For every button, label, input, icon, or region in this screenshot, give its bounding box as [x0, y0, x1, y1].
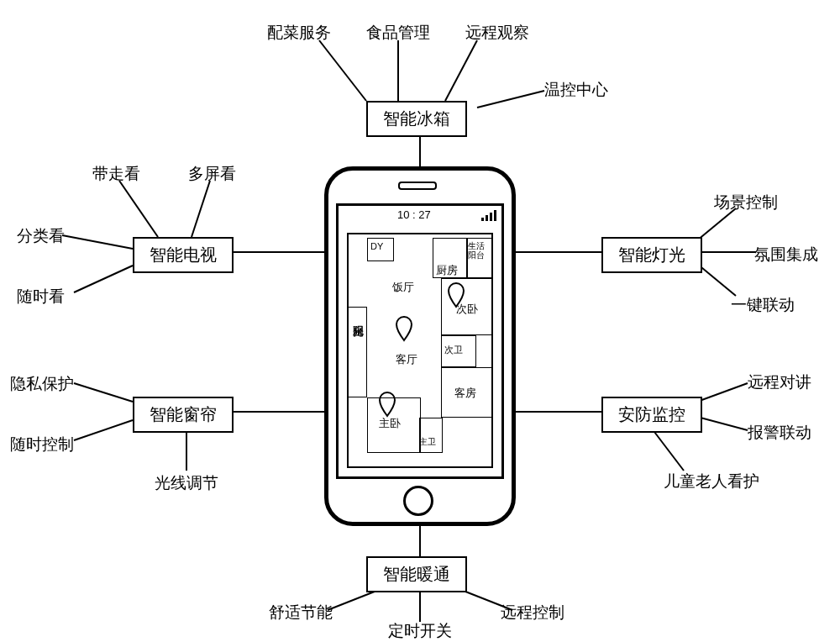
node-light: 智能灯光 — [601, 237, 702, 273]
svg-line-15 — [74, 420, 133, 440]
room-life-balcony: 生活阳台 — [468, 241, 490, 260]
leaf-curtain-0: 隐私保护 — [10, 373, 74, 395]
svg-line-10 — [119, 181, 158, 237]
svg-rect-29 — [494, 210, 496, 221]
leaf-fridge-3: 温控中心 — [544, 79, 608, 101]
room-kitchen: 厨房 — [436, 263, 458, 278]
leaf-fridge-1: 食品管理 — [366, 22, 430, 44]
leaf-tv-2: 分类看 — [17, 225, 65, 247]
svg-line-6 — [319, 40, 366, 101]
pin-icon[interactable] — [446, 282, 466, 310]
leaf-hvac-2: 远程控制 — [501, 602, 564, 624]
svg-line-11 — [192, 181, 210, 237]
leaf-curtain-1: 随时控制 — [10, 434, 74, 455]
node-curtain: 智能窗帘 — [133, 397, 234, 433]
svg-line-13 — [74, 266, 133, 292]
phone-speaker — [398, 182, 437, 190]
svg-line-22 — [652, 429, 684, 471]
svg-line-21 — [697, 417, 748, 430]
room-dining: 饭厅 — [392, 280, 414, 295]
svg-line-20 — [697, 383, 748, 402]
leaf-hvac-0: 舒适节能 — [269, 602, 333, 624]
leaf-fridge-0: 配菜服务 — [267, 22, 331, 44]
leaf-tv-1: 多屏看 — [188, 163, 236, 185]
room-master-bath: 主卫 — [419, 436, 436, 448]
leaf-fridge-2: 远程观察 — [465, 22, 529, 44]
phone-device: 10 : 27 观光阳台 DY 饭厅 — [324, 166, 516, 526]
node-security: 安防监控 — [601, 397, 702, 433]
pin-icon[interactable] — [377, 391, 397, 419]
leaf-light-1: 氛围集成 — [754, 244, 818, 266]
leaf-security-1: 报警联动 — [748, 422, 811, 444]
leaf-security-2: 儿童老人看护 — [664, 471, 759, 492]
room-guest: 客房 — [454, 386, 476, 401]
leaf-tv-3: 随时看 — [17, 286, 65, 308]
node-fridge: 智能冰箱 — [366, 101, 467, 137]
pin-icon[interactable] — [394, 315, 414, 344]
leaf-curtain-2: 光线调节 — [155, 472, 218, 494]
svg-rect-28 — [490, 213, 492, 221]
leaf-light-2: 一键联动 — [731, 294, 795, 316]
node-hvac: 智能暖通 — [366, 556, 467, 592]
svg-line-14 — [74, 383, 133, 402]
svg-rect-26 — [481, 218, 484, 221]
phone-screen[interactable]: 10 : 27 观光阳台 DY 饭厅 — [336, 203, 504, 479]
room-living: 客厅 — [396, 352, 417, 367]
leaf-hvac-1: 定时开关 — [388, 620, 452, 642]
leaf-light-0: 场景控制 — [714, 192, 778, 213]
leaf-tv-0: 带走看 — [92, 163, 140, 185]
floorplan[interactable]: 观光阳台 DY 饭厅 厨房 生活阳台 次卧 客厅 次卫 — [347, 233, 493, 468]
svg-line-19 — [697, 264, 736, 296]
leaf-security-0: 远程对讲 — [748, 371, 811, 393]
node-tv: 智能电视 — [133, 237, 234, 273]
svg-line-9 — [477, 91, 544, 108]
room-dy: DY — [370, 241, 383, 251]
status-time: 10 : 27 — [397, 208, 431, 221]
home-button[interactable] — [403, 486, 433, 516]
svg-line-8 — [445, 40, 477, 101]
svg-line-12 — [62, 235, 133, 249]
svg-rect-27 — [486, 215, 488, 221]
room-secondary-bath: 次卫 — [444, 344, 463, 356]
signal-icon — [481, 210, 496, 222]
